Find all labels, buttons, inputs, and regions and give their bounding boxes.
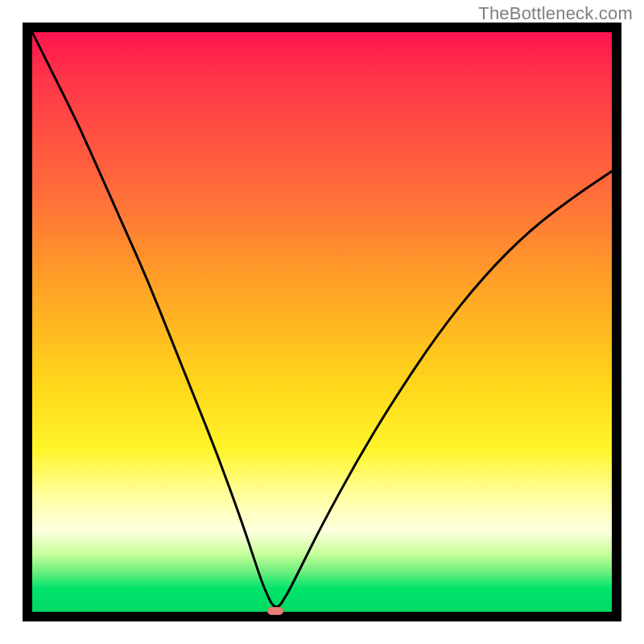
dip-marker	[267, 607, 283, 615]
chart-background	[32, 32, 612, 612]
chart-border	[23, 23, 621, 621]
bottleneck-curve	[32, 32, 612, 612]
watermark-text: TheBottleneck.com	[478, 3, 633, 24]
